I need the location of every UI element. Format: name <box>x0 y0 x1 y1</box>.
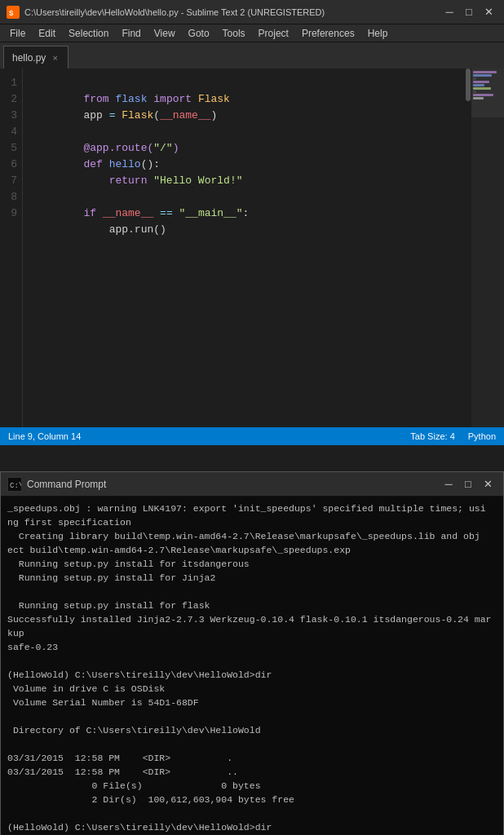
menu-bar: File Edit Selection Find View Goto Tools… <box>0 24 504 42</box>
status-tabsize: Tab Size: 4 <box>410 431 454 441</box>
svg-text:S: S <box>9 10 14 18</box>
code-line-1: from flask import Flask <box>33 75 471 91</box>
editor-scrollbar[interactable] <box>465 68 471 427</box>
menu-project[interactable]: Project <box>252 26 295 41</box>
tab-bar: hello.py × <box>0 42 504 68</box>
cmd-line-6: Running setup.py install for Jinja2 <box>7 571 497 585</box>
cmd-line-7 <box>7 585 497 599</box>
cmd-content[interactable]: _speedups.obj : warning LNK4197: export … <box>1 497 503 835</box>
editor-area[interactable]: 1 2 3 4 5 6 7 8 9 from flask import Flas… <box>0 68 504 427</box>
cmd-window: C:\ Command Prompt ─ □ ✕ _speedups.obj :… <box>0 471 504 835</box>
line-num-7: 7 <box>7 173 17 189</box>
menu-view[interactable]: View <box>148 26 182 41</box>
menu-selection[interactable]: Selection <box>62 26 115 41</box>
status-right: Tab Size: 4 Python <box>410 431 496 441</box>
cmd-line-10: safe-0.23 <box>7 640 497 654</box>
editor-scrollbar-thumb[interactable] <box>466 68 471 101</box>
cmd-window-controls: ─ □ ✕ <box>440 475 497 493</box>
window-title: C:\Users\tireilly\dev\HelloWold\hello.py… <box>24 7 440 17</box>
code-editor[interactable]: from flask import Flask app = Flask(__na… <box>23 68 471 427</box>
cmd-line-3: Creating library build\temp.win-amd64-2.… <box>7 529 497 543</box>
menu-file[interactable]: File <box>3 26 32 41</box>
menu-edit[interactable]: Edit <box>32 26 62 41</box>
status-position: Line 9, Column 14 <box>8 431 410 441</box>
line-num-1: 1 <box>7 75 17 91</box>
cmd-minimize-button[interactable]: ─ <box>440 475 458 493</box>
cmd-maximize-button[interactable]: □ <box>459 475 477 493</box>
minimap <box>471 68 504 427</box>
menu-help[interactable]: Help <box>361 26 395 41</box>
title-bar: S C:\Users\tireilly\dev\HelloWold\hello.… <box>0 0 504 24</box>
cmd-line-2: ng first specification <box>7 515 497 529</box>
cmd-line-19: 03/31/2015 12:58 PM <DIR> .. <box>7 765 497 779</box>
cmd-icon: C:\ <box>7 477 22 492</box>
cmd-line-13: Volume in drive C is OSDisk <box>7 682 497 696</box>
cmd-line-5: Running setup.py install for itsdangerou… <box>7 557 497 571</box>
line-num-6: 6 <box>7 157 17 173</box>
line-numbers: 1 2 3 4 5 6 7 8 9 <box>0 68 23 427</box>
code-line-4: @app.route("/") <box>33 124 471 140</box>
cmd-line-11 <box>7 654 497 668</box>
cmd-line-9: Successfully installed Jinja2-2.7.3 Werk… <box>7 612 497 640</box>
tab-hello-py[interactable]: hello.py × <box>3 46 69 68</box>
app-icon: S <box>7 6 20 19</box>
line-num-5: 5 <box>7 140 17 157</box>
tab-filename: hello.py <box>12 52 46 64</box>
cmd-line-12: (HelloWold) C:\Users\tireilly\dev\HelloW… <box>7 668 497 682</box>
cmd-line-23: (HelloWold) C:\Users\tireilly\dev\HelloW… <box>7 820 497 834</box>
cmd-line-14: Volume Serial Number is 54D1-68DF <box>7 696 497 709</box>
menu-preferences[interactable]: Preferences <box>295 26 361 41</box>
line-num-8: 8 <box>7 189 17 205</box>
line-num-9: 9 <box>7 205 17 222</box>
line-num-2: 2 <box>7 91 17 108</box>
cmd-line-4: ect build\temp.win-amd64-2.7\Release\mar… <box>7 543 497 557</box>
cmd-line-17 <box>7 737 497 751</box>
cmd-line-21: 2 Dir(s) 100,612,603,904 bytes free <box>7 793 497 806</box>
cmd-line-1: _speedups.obj : warning LNK4197: export … <box>7 501 497 515</box>
menu-find[interactable]: Find <box>115 26 147 41</box>
cmd-line-22 <box>7 806 497 820</box>
editor-container: 1 2 3 4 5 6 7 8 9 from flask import Flas… <box>0 68 504 471</box>
cmd-close-button[interactable]: ✕ <box>479 475 497 493</box>
cmd-container: C:\ Command Prompt ─ □ ✕ _speedups.obj :… <box>0 471 504 835</box>
window-controls: ─ □ ✕ <box>440 3 497 21</box>
close-button[interactable]: ✕ <box>480 3 497 21</box>
code-line-8: if __name__ == "__main__": <box>33 189 471 205</box>
line-num-4: 4 <box>7 124 17 140</box>
cmd-title-text: Command Prompt <box>27 479 440 490</box>
cmd-line-16: Directory of C:\Users\tireilly\dev\Hello… <box>7 723 497 737</box>
tab-close-button[interactable]: × <box>52 53 57 63</box>
cmd-line-8: Running setup.py install for flask <box>7 599 497 612</box>
svg-text:C:\: C:\ <box>10 482 21 490</box>
cmd-line-18: 03/31/2015 12:58 PM <DIR> . <box>7 751 497 765</box>
maximize-button[interactable]: □ <box>460 3 478 21</box>
cmd-line-15 <box>7 709 497 723</box>
line-num-3: 3 <box>7 108 17 124</box>
cmd-line-20: 0 File(s) 0 bytes <box>7 779 497 793</box>
status-bar: Line 9, Column 14 Tab Size: 4 Python <box>0 427 504 445</box>
status-language: Python <box>468 431 496 441</box>
menu-goto[interactable]: Goto <box>182 26 216 41</box>
minimize-button[interactable]: ─ <box>440 3 458 21</box>
cmd-title-bar: C:\ Command Prompt ─ □ ✕ <box>1 472 503 497</box>
menu-tools[interactable]: Tools <box>216 26 252 41</box>
